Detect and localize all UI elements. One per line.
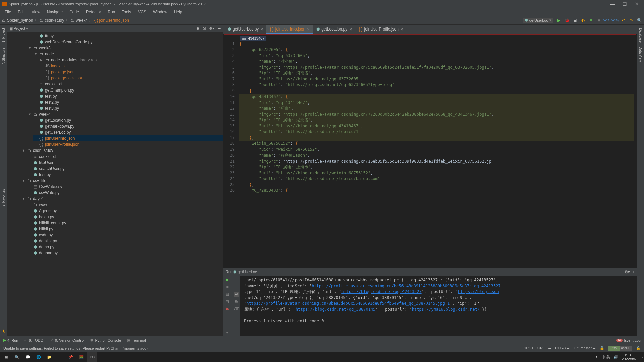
wechat-task-icon[interactable]: 💬 bbox=[23, 352, 33, 362]
run-config-selector[interactable]: ⬢getUserLoc▾ bbox=[523, 18, 553, 23]
menu-view[interactable]: View bbox=[29, 9, 43, 15]
tree-item[interactable]: ≡cookie.txt bbox=[27, 154, 223, 160]
project-tree[interactable]: ⬢ttt.py⬢webDriverSearchGrade.py▼🗀week3▼🗀… bbox=[7, 32, 223, 336]
tree-item[interactable]: ⬢likeUser bbox=[27, 160, 223, 166]
editor-tabs[interactable]: ⬢getUserLoc.py✕{ }joinUserInfo.json✕⬢get… bbox=[223, 25, 637, 34]
tree-item[interactable]: ⬢douban.py bbox=[27, 250, 223, 256]
concurrency-icon[interactable]: ≡ bbox=[588, 18, 594, 23]
menubar[interactable]: FileEditViewNavigateCodeRefactorRunTools… bbox=[0, 8, 644, 16]
down-icon[interactable]: ↓ bbox=[234, 285, 239, 290]
search-icon[interactable]: 🔍 bbox=[637, 18, 642, 23]
soft-wrap-icon[interactable]: ↩ bbox=[234, 292, 239, 297]
explorer-task-icon[interactable]: 📁 bbox=[44, 352, 54, 362]
tree-item[interactable]: ⬢searchUser.py bbox=[27, 166, 223, 172]
tray-notif[interactable]: ▭ bbox=[639, 355, 643, 359]
breadcrumb-item[interactable]: { }joinUserInfo.json bbox=[94, 18, 129, 23]
settings-icon[interactable]: ⚙▾ bbox=[209, 26, 214, 31]
editor-tab[interactable]: ⬢getUserLoc.py✕ bbox=[224, 25, 266, 34]
tray-ime[interactable]: 中 英 bbox=[602, 355, 610, 360]
breadcrumb-item[interactable]: 🗀csdn-study bbox=[40, 18, 64, 23]
menu-help[interactable]: Help bbox=[171, 9, 185, 15]
tree-item[interactable]: { }joinUserInfo.json bbox=[33, 135, 223, 141]
tree-item[interactable]: ▼🗀csdn_study bbox=[21, 147, 223, 154]
tree-item[interactable]: ⬢Agents.py bbox=[27, 208, 223, 214]
bottom-tool[interactable]: ▶ 4: Run bbox=[3, 338, 18, 342]
menu-navigate[interactable]: Navigate bbox=[44, 9, 65, 15]
close-button[interactable]: ✕ bbox=[631, 1, 642, 7]
menu-vcs[interactable]: VCS bbox=[135, 9, 149, 15]
stop-icon[interactable]: ■ bbox=[596, 18, 602, 23]
structure-tool-tab[interactable]: 7: Structure bbox=[1, 46, 6, 67]
code-content[interactable]: { "qq_63732605": { "uid": "qq_63732605",… bbox=[237, 35, 636, 267]
layout-setting-icon[interactable]: ▦ bbox=[225, 292, 230, 297]
print-icon[interactable]: 🖶 bbox=[234, 299, 239, 305]
code-editor[interactable]: qq_43413467 1234567891011121314151617181… bbox=[224, 34, 636, 267]
tree-item[interactable]: ▤CsvWrite.csv bbox=[27, 184, 223, 190]
bottom-tool[interactable]: ⬢ Python Console bbox=[90, 338, 121, 342]
run-icon[interactable]: ▶ bbox=[556, 18, 561, 23]
menu-refactor[interactable]: Refactor bbox=[83, 9, 104, 15]
tree-item[interactable]: ⬢getChampion.py bbox=[33, 87, 223, 93]
forward-icon[interactable]: ↷ bbox=[629, 18, 634, 23]
tree-item[interactable]: ⬢csvWrite.py bbox=[27, 190, 223, 196]
more-icon[interactable]: » bbox=[225, 330, 230, 336]
stop-run-icon[interactable]: ■ bbox=[225, 285, 230, 290]
tree-item[interactable]: ▼🗀week3 bbox=[27, 45, 223, 51]
editor-tab[interactable]: { }joinUserInfo.json✕ bbox=[266, 25, 313, 34]
line-sep[interactable]: CRLF ≑ bbox=[537, 346, 551, 351]
pin-icon[interactable]: ⊟ bbox=[225, 299, 230, 305]
tree-item[interactable]: ▼🗀week4 bbox=[27, 111, 223, 117]
back-icon[interactable]: ↶ bbox=[621, 18, 626, 23]
tree-item[interactable]: ⬢getLocation.py bbox=[33, 117, 223, 123]
tree-item[interactable]: { }package.json bbox=[39, 69, 223, 75]
tree-item[interactable]: 🗀wow bbox=[27, 202, 223, 208]
event-log[interactable]: 9+ Event Log bbox=[616, 338, 641, 342]
hide-icon[interactable]: ⇥ bbox=[218, 26, 221, 31]
up-icon[interactable]: ↑ bbox=[234, 277, 239, 283]
favorites-tool-tab[interactable]: 2: Favorites bbox=[1, 187, 6, 208]
dataview-tool-tab[interactable]: Data View bbox=[638, 45, 643, 64]
breadcrumb-item[interactable]: 🗀week4 bbox=[71, 18, 88, 23]
minimize-button[interactable]: — bbox=[607, 1, 618, 7]
menu-run[interactable]: Run bbox=[105, 9, 118, 15]
tree-item[interactable]: JSindex.js bbox=[39, 63, 223, 69]
lock-icon[interactable]: 🔒 bbox=[600, 346, 604, 351]
tree-item[interactable]: ⬢bilibili_count.py bbox=[27, 220, 223, 226]
tree-item[interactable]: ⬢getUserLoc.py bbox=[33, 129, 223, 135]
tree-item[interactable]: ≡cookie.txt bbox=[33, 81, 223, 87]
debug-icon[interactable]: 🐞 bbox=[564, 18, 570, 23]
tree-item[interactable]: { }joinUserProfile.json bbox=[33, 141, 223, 147]
bottom-tool[interactable]: ✓ 6: TODO bbox=[24, 338, 43, 342]
vcs-update-icon[interactable]: VCS↓ bbox=[604, 18, 610, 23]
app-task-icon[interactable]: H bbox=[55, 352, 65, 362]
vcs-commit-icon[interactable]: VCS↑ bbox=[612, 18, 618, 23]
tree-item[interactable]: ▼🗀node bbox=[33, 51, 223, 57]
editor-tab[interactable]: ⬢getLocation.py✕ bbox=[313, 25, 355, 34]
run-settings-icon[interactable]: ⚙▾ ⇥ bbox=[625, 270, 634, 274]
rerun-icon[interactable]: ▶ bbox=[225, 277, 230, 283]
pycharm-task-icon[interactable]: PC bbox=[87, 352, 97, 362]
ui-lock-icon[interactable]: 🔒 bbox=[636, 346, 641, 351]
tree-item[interactable]: ▼🗀csv_file bbox=[21, 178, 223, 184]
tree-item[interactable]: ⬢bilibli.py bbox=[27, 226, 223, 232]
close-run-icon[interactable]: ✖ bbox=[225, 307, 230, 312]
database-tool-tab[interactable]: Database bbox=[638, 26, 643, 45]
tree-item[interactable]: ⬢datalist.py bbox=[27, 238, 223, 244]
tree-item[interactable]: ⬢test2.py bbox=[33, 99, 223, 105]
calc-task-icon[interactable]: 🧮 bbox=[76, 352, 87, 362]
editor-tab[interactable]: { }joinUserProfile.json✕ bbox=[355, 25, 407, 34]
menu-code[interactable]: Code bbox=[67, 9, 82, 15]
menu-file[interactable]: File bbox=[2, 9, 14, 15]
tree-item[interactable]: ⬢csdn.py bbox=[27, 232, 223, 238]
tree-item[interactable]: ⬢webDriverSearchGrade.py bbox=[33, 39, 223, 45]
bottom-tool[interactable]: ▣ Terminal bbox=[127, 338, 146, 342]
bottom-tool[interactable]: ⎇ 9: Version Control bbox=[49, 338, 84, 342]
collapse-icon[interactable]: ⇲ bbox=[203, 26, 206, 31]
scroll-from-icon[interactable]: ⊕ bbox=[196, 26, 199, 31]
start-button[interactable]: ⊞ bbox=[1, 352, 11, 362]
tree-item[interactable]: ⬢test3.py bbox=[33, 105, 223, 111]
project-label[interactable]: Project bbox=[14, 26, 25, 31]
menu-window[interactable]: Window bbox=[150, 9, 170, 15]
tree-item[interactable]: ⬢test.py bbox=[33, 93, 223, 99]
tree-item[interactable]: ▼🗀day01 bbox=[21, 196, 223, 202]
